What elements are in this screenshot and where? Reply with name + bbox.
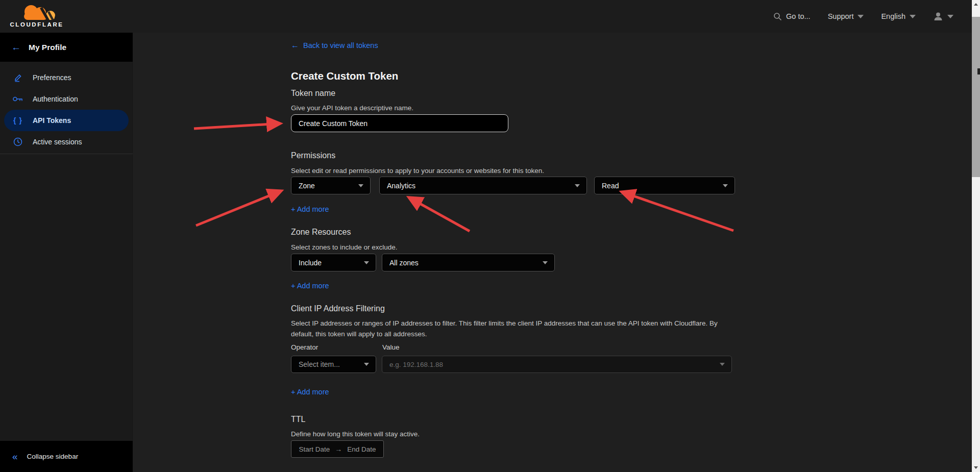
chevron-down-icon [910, 15, 916, 18]
chevron-down-icon [543, 261, 548, 264]
zone-resources-add-more-link[interactable]: + Add more [291, 282, 329, 290]
ttl-date-range-picker[interactable]: Start Date → End Date [291, 440, 384, 458]
cloudflare-dashboard: CLOUDFLARE Go to... Support English [0, 0, 980, 472]
chevron-down-icon [720, 363, 725, 366]
triangle-down-icon [974, 466, 978, 469]
search-icon [773, 12, 782, 21]
zone-resources-zones-select[interactable]: All zones [382, 254, 555, 271]
cloudflare-cloud-icon [9, 3, 65, 21]
key-icon [11, 94, 24, 104]
pencil-icon [11, 72, 24, 83]
zone-resources-mode-select[interactable]: Include [291, 254, 376, 271]
cloudflare-logo[interactable]: CLOUDFLARE [9, 3, 65, 28]
right-arrow-icon: → [335, 445, 342, 453]
sidebar: ← My Profile Preferences [0, 33, 133, 472]
select-value: Read [602, 182, 723, 190]
top-bar: CLOUDFLARE Go to... Support English [0, 0, 980, 33]
ip-filtering-add-more-link[interactable]: + Add more [291, 388, 329, 396]
sidebar-item-active-sessions[interactable]: Active sessions [4, 131, 129, 153]
back-arrow-icon: ← [291, 41, 299, 49]
user-icon [933, 11, 943, 21]
zone-resources-label: Zone Resources [291, 228, 351, 237]
chevron-down-icon [857, 15, 864, 18]
braces-icon: { } [11, 116, 24, 125]
scrollbar-marker [977, 68, 980, 74]
start-date-label: Start Date [299, 445, 330, 453]
sidebar-item-label: Active sessions [33, 138, 82, 146]
chevron-down-icon [364, 363, 369, 366]
token-name-label: Token name [291, 89, 335, 98]
triangle-up-icon [974, 3, 978, 6]
sidebar-item-api-tokens[interactable]: { } API Tokens [4, 110, 129, 131]
zone-resources-description: Select zones to include or exclude. [291, 242, 398, 253]
clock-icon [11, 137, 24, 147]
scroll-down-button[interactable] [972, 463, 980, 472]
chevron-down-icon [723, 184, 728, 187]
chevron-down-icon [947, 15, 953, 18]
sidebar-divider [0, 154, 133, 154]
page-title: Create Custom Token [291, 70, 398, 82]
back-link-label: Back to view all tokens [303, 41, 378, 49]
chevron-down-icon [358, 184, 363, 187]
ip-filtering-description: Select IP addresses or ranges of IP addr… [291, 318, 734, 339]
permission-access-select[interactable]: Read [594, 177, 735, 194]
collapse-sidebar-button[interactable]: « Collapse sidebar [0, 441, 133, 472]
topbar-menu: Go to... Support English [773, 0, 953, 33]
token-name-description: Give your API token a descriptive name. [291, 103, 413, 113]
select-placeholder: Select item... [299, 360, 364, 368]
goto-search[interactable]: Go to... [773, 12, 811, 21]
goto-label: Go to... [786, 12, 811, 20]
operator-label: Operator [291, 343, 318, 351]
account-menu[interactable] [933, 11, 953, 21]
permission-scope-select[interactable]: Zone [291, 177, 371, 194]
sidebar-item-preferences[interactable]: Preferences [4, 67, 129, 88]
language-menu[interactable]: English [881, 12, 916, 20]
double-chevron-left-icon: « [12, 452, 18, 461]
collapse-sidebar-label: Collapse sidebar [27, 453, 79, 460]
language-label: English [881, 12, 905, 20]
scroll-up-button[interactable] [972, 0, 980, 9]
ttl-description: Define how long this token will stay act… [291, 429, 420, 439]
ip-value-combobox [382, 356, 732, 373]
sidebar-item-authentication[interactable]: Authentication [4, 88, 129, 110]
ttl-label: TTL [291, 415, 305, 424]
cloudflare-wordmark: CLOUDFLARE [9, 21, 65, 28]
permissions-add-more-link[interactable]: + Add more [291, 205, 329, 213]
sidebar-item-label: Preferences [33, 73, 71, 82]
ip-filtering-label: Client IP Address Filtering [291, 304, 385, 313]
sidebar-item-label: Authentication [33, 95, 78, 103]
end-date-label: End Date [347, 445, 376, 453]
select-value: Analytics [387, 182, 575, 190]
operator-select[interactable]: Select item... [291, 356, 376, 373]
main-content: ← Back to view all tokens Create Custom … [291, 33, 750, 472]
sidebar-nav: Preferences Authentication { } API T [0, 67, 133, 153]
back-arrow-icon: ← [11, 42, 21, 52]
support-label: Support [828, 12, 854, 20]
sidebar-back-my-profile[interactable]: ← My Profile [0, 33, 133, 62]
select-value: Zone [299, 182, 358, 190]
arrow-token-name [194, 123, 280, 129]
select-value: All zones [389, 259, 543, 267]
support-menu[interactable]: Support [828, 12, 864, 20]
chevron-down-icon [364, 261, 369, 264]
permissions-description: Select edit or read permissions to apply… [291, 165, 544, 176]
permissions-label: Permissions [291, 151, 335, 160]
sidebar-title: My Profile [29, 43, 66, 52]
arrow-zone-select [196, 191, 281, 226]
sidebar-item-label: API Tokens [33, 116, 71, 125]
back-to-tokens-link[interactable]: ← Back to view all tokens [291, 41, 378, 49]
page-scrollbar [972, 0, 980, 472]
permission-category-select[interactable]: Analytics [379, 177, 587, 194]
select-value: Include [299, 259, 364, 267]
chevron-down-icon [575, 184, 580, 187]
ip-value-input[interactable] [382, 361, 720, 368]
token-name-input[interactable] [291, 114, 508, 132]
value-label: Value [382, 343, 400, 351]
scrollbar-thumb[interactable] [972, 17, 980, 177]
